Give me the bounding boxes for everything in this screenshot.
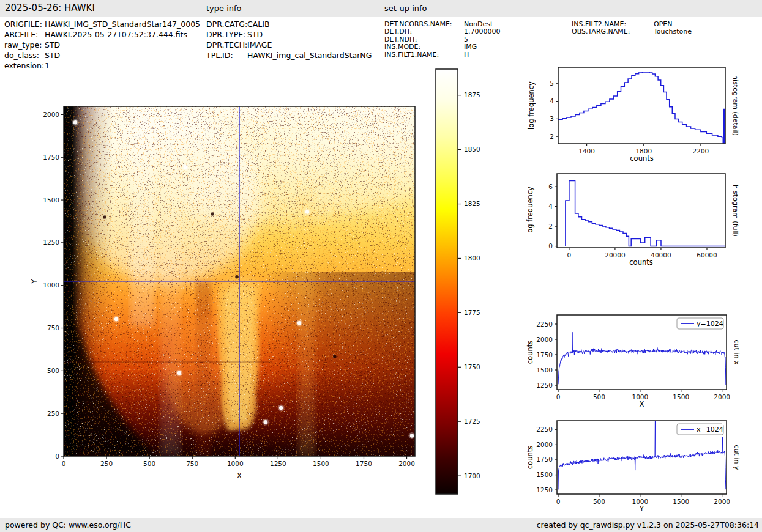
hist_detail-xlabel: counts	[630, 154, 653, 163]
meta-label: DET.NDIT:	[384, 35, 464, 43]
cut_x-right-label: cut in x	[733, 340, 741, 365]
hist_full-xlabel: counts	[629, 258, 652, 267]
tick-label: 1750	[536, 456, 553, 463]
tick-label: 60000	[697, 251, 717, 259]
meta-value: STD	[247, 30, 263, 39]
meta-value: STD	[45, 40, 60, 50]
tick-label: 500	[593, 393, 605, 401]
detector-image-canvas	[64, 106, 415, 456]
meta-row: DPR.CATG:CALIB	[206, 20, 270, 29]
page-title: 2025-05-26: HAWKI	[5, 2, 95, 13]
meta-row: raw_type:STD	[4, 40, 60, 50]
meta-value: IMG	[464, 43, 477, 51]
meta-label: DET.NCORRS.NAME:	[384, 20, 464, 28]
tick-label: 1250	[43, 238, 59, 246]
meta-value: H	[464, 51, 469, 59]
tick-label: 2000	[714, 498, 730, 505]
tick-label: 1250	[536, 382, 553, 389]
meta-value: STD	[45, 51, 60, 60]
tick-label: 2250	[536, 426, 553, 433]
meta-value: 1	[45, 61, 50, 70]
meta-row: do_class:STD	[4, 51, 60, 60]
meta-row: OBS.TARG.NAME:Touchstone	[572, 28, 692, 35]
tick-label: 2000	[43, 111, 59, 118]
tick-label: 1250	[536, 486, 553, 493]
tick-label: 0	[556, 393, 561, 401]
colorbar-tick-label: 1750	[464, 363, 480, 371]
colorbar-tick-label: 1850	[464, 146, 480, 153]
header-bar: 2025-05-26: HAWKI type info set-up info	[0, 0, 762, 17]
tick-label: 1000	[632, 498, 648, 505]
meta-label: DET.DIT:	[384, 28, 464, 35]
tick-label: 40000	[651, 251, 671, 259]
tick-label: 500	[143, 460, 155, 467]
hist_full-right-label: histogram (full)	[731, 185, 739, 237]
meta-value: Touchstone	[654, 28, 692, 35]
tick-label: 2000	[536, 336, 553, 343]
tick-label: 5	[550, 79, 554, 87]
tick-label: 1000	[43, 281, 59, 289]
tick-label: 2250	[536, 320, 553, 328]
dark-spot	[103, 215, 106, 219]
tick-label: 2	[550, 133, 554, 140]
cut_x-series	[558, 332, 726, 385]
meta-label: extension:	[4, 61, 45, 70]
dark-spot	[211, 212, 214, 216]
footer-created-by: created by qc_rawdisp.py v1.2.3 on 2025-…	[537, 520, 759, 530]
colorbar-tick-label: 1825	[464, 200, 480, 207]
hist_full-series	[566, 180, 725, 246]
meta-row: DET.NDIT:5	[384, 35, 468, 43]
meta-label: OBS.TARG.NAME:	[572, 28, 654, 35]
tick-label: 2	[548, 223, 553, 230]
meta-row: DPR.TECH:IMAGE	[206, 40, 272, 50]
tick-label: 250	[47, 410, 59, 417]
tick-label: 1500	[313, 460, 329, 467]
tick-label: 4	[548, 202, 553, 210]
tick-label: 1250	[270, 460, 286, 467]
cut_x-legend-box	[677, 318, 723, 329]
hist_detail-series	[558, 72, 725, 143]
footer-credit-qc: powered by QC: www.eso.org/HC	[5, 520, 131, 530]
cut_x-legend-label: y=1024	[697, 320, 723, 328]
meta-label: do_class:	[4, 51, 45, 60]
tick-label: 0	[55, 453, 59, 460]
main_image-xlabel: X	[237, 471, 242, 480]
meta-row: ARCFILE:HAWKI.2025-05-27T07:52:37.444.fi…	[4, 30, 187, 39]
tick-label: 1000	[227, 460, 244, 467]
cut_y-ylabel: counts	[526, 446, 534, 469]
meta-value: HAWKI_img_cal_StandardStarNG	[247, 51, 372, 60]
cut_y-legend-box	[677, 424, 723, 435]
tick-label: 20000	[605, 251, 625, 259]
qc-report-page: 2025-05-26: HAWKI type info set-up info …	[0, 0, 762, 532]
tick-label: 3	[550, 115, 554, 122]
tick-label: 1750	[43, 153, 59, 161]
meta-row: DET.NCORRS.NAME:NonDest	[384, 20, 493, 28]
footer-bar: powered by QC: www.eso.org/HC created by…	[0, 518, 762, 532]
meta-label: DPR.TYPE:	[206, 30, 247, 39]
hist_detail-right-label: histogram (detail)	[731, 75, 739, 136]
meta-row: extension:1	[4, 61, 50, 70]
meta-value: 1.7000000	[464, 28, 501, 35]
meta-label: INS.FILT1.NAME:	[384, 51, 464, 59]
tick-label: 4	[550, 97, 554, 105]
meta-row: TPL.ID:HAWKI_img_cal_StandardStarNG	[206, 51, 372, 60]
meta-value: HAWKI.2025-05-27T07:52:37.444.fits	[45, 30, 187, 39]
colorbar	[436, 69, 458, 494]
cut_y-series	[558, 408, 726, 489]
cut_y-legend-label: x=1024	[697, 426, 723, 434]
tick-label: 750	[47, 324, 59, 331]
colorbar-tick-label: 1800	[464, 254, 480, 262]
meta-label: ORIGFILE:	[4, 20, 45, 29]
meta-row: DET.DIT:1.7000000	[384, 28, 501, 35]
meta-row: INS.MODE:IMG	[384, 43, 477, 51]
meta-value: 5	[464, 35, 468, 43]
meta-label: INS.FILT2.NAME:	[572, 20, 654, 28]
meta-value: HAWKI_IMG_STD_StandardStar147_0005	[45, 20, 200, 29]
tick-label: 6	[548, 183, 553, 190]
colorbar-tick-label: 1725	[464, 418, 480, 425]
colorbar-tick-label: 1875	[464, 91, 480, 98]
hist_detail-ylabel: log frequency	[527, 81, 536, 130]
colorbar-tick-label: 1775	[464, 309, 480, 316]
cut_y-xlabel: Y	[639, 504, 644, 513]
tick-label: 1500	[673, 393, 689, 401]
